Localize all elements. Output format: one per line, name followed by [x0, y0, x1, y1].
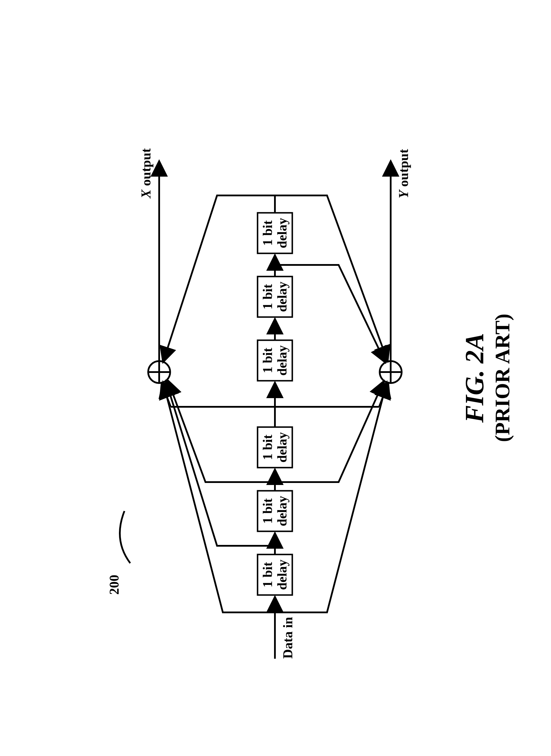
svg-text:delay: delay	[274, 432, 290, 463]
xor-adder-bottom	[380, 361, 402, 383]
ref-number: 200	[107, 575, 121, 595]
delay-box: 1 bit delay	[257, 427, 292, 468]
y-output-label: Y output	[396, 149, 411, 198]
svg-text:1 bit: 1 bit	[260, 284, 275, 310]
svg-text:1 bit: 1 bit	[260, 347, 275, 373]
encoder-diagram: Data in 1 bit delay 1 bit delay 1 bit de…	[14, 59, 535, 696]
svg-text:delay: delay	[274, 218, 290, 249]
svg-text:1 bit: 1 bit	[260, 220, 275, 246]
delay-box: 1 bit delay	[257, 213, 292, 253]
delay-box: 1 bit delay	[257, 340, 292, 381]
x-output-label: X output	[139, 148, 153, 199]
diagram: Data in 1 bit delay 1 bit delay 1 bit de…	[14, 59, 537, 696]
page: Data in 1 bit delay 1 bit delay 1 bit de…	[0, 0, 551, 756]
figure-subtitle: (PRIOR ART)	[491, 314, 514, 442]
svg-text:delay: delay	[274, 345, 290, 376]
svg-text:1 bit: 1 bit	[260, 498, 275, 524]
delay-box: 1 bit delay	[257, 277, 292, 317]
svg-text:1 bit: 1 bit	[260, 434, 275, 460]
svg-text:delay: delay	[274, 282, 290, 312]
delay-box: 1 bit delay	[257, 554, 292, 595]
xor-adder-top	[148, 361, 170, 383]
svg-text:delay: delay	[274, 496, 290, 526]
delay-box: 1 bit delay	[257, 491, 292, 531]
svg-text:delay: delay	[274, 560, 290, 590]
svg-text:1 bit: 1 bit	[260, 562, 275, 588]
data-in-label: Data in	[281, 617, 295, 659]
figure-title: FIG. 2A	[460, 333, 489, 423]
